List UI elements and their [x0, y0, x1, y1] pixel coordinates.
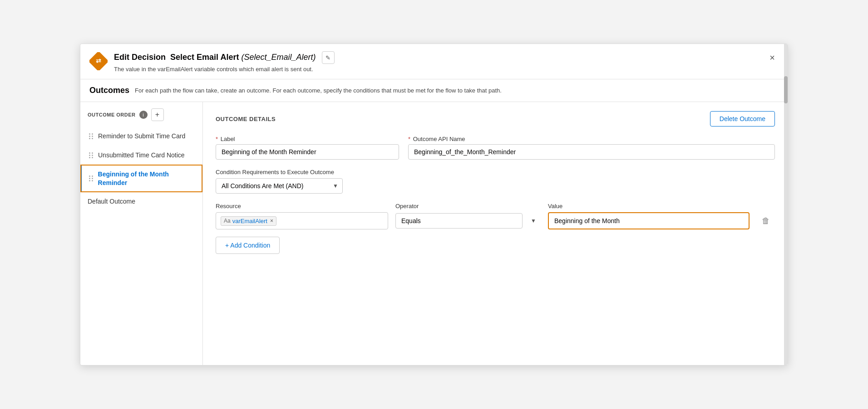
outcomes-bar: Outcomes For each path the flow can take… — [80, 79, 788, 102]
resource-col-label: Resource — [216, 203, 388, 209]
condition-data-row: Aa varEmailAlert × Equals Does Not Equal… — [216, 212, 775, 229]
operator-select-arrow: ▼ — [531, 218, 536, 224]
sidebar-header: OUTCOME ORDER i + — [80, 108, 202, 127]
info-icon[interactable]: i — [139, 111, 148, 119]
modal-body: OUTCOME ORDER i + Reminder to Submit Tim… — [80, 102, 788, 365]
sidebar-item-beginning-month[interactable]: Beginning of the Month Reminder — [80, 165, 202, 192]
resource-tag-remove[interactable]: × — [270, 218, 273, 224]
sidebar-item-label-2: Unsubmitted Time Card Notice — [98, 151, 185, 159]
sidebar-item-default[interactable]: Default Outcome — [80, 192, 202, 210]
sidebar-item-reminder-submit[interactable]: Reminder to Submit Time Card — [80, 127, 202, 146]
outcomes-label: Outcomes — [89, 86, 129, 95]
value-field: Beginning of the Month — [548, 212, 750, 229]
operator-col-label: Operator — [395, 203, 541, 209]
scrollbar-thumb — [784, 76, 788, 103]
delete-row-icon: 🗑 — [762, 216, 770, 226]
resource-tag: Aa varEmailAlert × — [221, 216, 276, 226]
label-input[interactable] — [216, 144, 399, 160]
label-field-group: * Label — [216, 136, 399, 160]
operator-select-wrapper: Equals Does Not Equal Contains Starts Wi… — [395, 213, 541, 229]
value-col-label: Value — [548, 203, 750, 209]
default-outcome-label: Default Outcome — [88, 198, 135, 205]
resource-field[interactable]: Aa varEmailAlert × — [216, 212, 388, 229]
api-name-field-group: * Outcome API Name — [408, 136, 775, 160]
condition-row-headers: Resource Operator Value — [216, 203, 775, 209]
delete-condition-row-button[interactable]: 🗑 — [757, 216, 775, 226]
delete-outcome-button[interactable]: Delete Outcome — [710, 111, 775, 127]
add-condition-button[interactable]: + Add Condition — [216, 237, 280, 254]
add-outcome-button[interactable]: + — [151, 108, 164, 121]
api-name-input[interactable] — [408, 144, 775, 160]
edit-title-button[interactable]: ✎ — [322, 51, 335, 64]
outcomes-description: For each path the flow can take, create … — [135, 87, 502, 94]
modal-description: The value in the varEmailAlert variable … — [114, 66, 760, 73]
edit-decision-modal: ⇄ Edit Decision Select Email Alert (Sele… — [80, 44, 788, 365]
header-text-block: Edit Decision Select Email Alert (Select… — [114, 51, 760, 73]
value-field-text: Beginning of the Month — [554, 217, 620, 224]
condition-requirements-select[interactable]: All Conditions Are Met (AND) Any Conditi… — [216, 178, 343, 194]
resource-tag-icon: Aa — [224, 218, 231, 224]
drag-handle-2 — [89, 152, 94, 158]
api-name-field-label: * Outcome API Name — [408, 136, 775, 142]
condition-requirements-label: Condition Requirements to Execute Outcom… — [216, 169, 775, 175]
modal-header: ⇄ Edit Decision Select Email Alert (Sele… — [80, 44, 788, 79]
svg-text:⇄: ⇄ — [96, 57, 101, 64]
outcome-details-title: OUTCOME DETAILS — [216, 116, 276, 122]
operator-select[interactable]: Equals Does Not Equal Contains Starts Wi… — [395, 213, 523, 229]
condition-requirements-select-wrapper: All Conditions Are Met (AND) Any Conditi… — [216, 178, 343, 194]
outcome-details-header: OUTCOME DETAILS Delete Outcome — [216, 111, 775, 127]
sidebar-item-label-1: Reminder to Submit Time Card — [98, 132, 185, 140]
sidebar: OUTCOME ORDER i + Reminder to Submit Tim… — [80, 102, 203, 365]
label-api-row: * Label * Outcome API Name — [216, 136, 775, 160]
decision-icon: ⇄ — [89, 52, 108, 70]
label-field-label: * Label — [216, 136, 399, 142]
scrollbar[interactable] — [784, 44, 788, 365]
modal-title: Edit Decision Select Email Alert (Select… — [114, 51, 760, 64]
drag-handle-3 — [89, 175, 94, 181]
outcome-order-label: OUTCOME ORDER — [88, 112, 136, 117]
resource-tag-label: varEmailAlert — [232, 218, 267, 224]
close-button[interactable]: × — [766, 51, 779, 64]
sidebar-item-unsubmitted[interactable]: Unsubmitted Time Card Notice — [80, 146, 202, 165]
condition-requirements-section: Condition Requirements to Execute Outcom… — [216, 169, 775, 194]
sidebar-item-label-3: Beginning of the Month Reminder — [98, 170, 195, 186]
main-content: OUTCOME DETAILS Delete Outcome * Label *… — [203, 102, 788, 365]
drag-handle-1 — [89, 133, 94, 139]
